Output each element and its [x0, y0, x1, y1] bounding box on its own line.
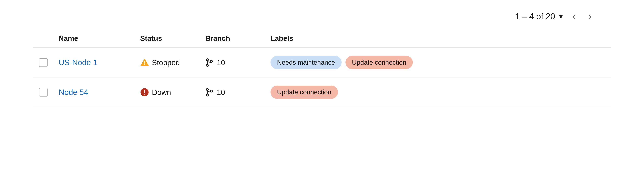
header-name: Name: [59, 34, 140, 42]
node-name-cell-1: US-Node 1: [59, 58, 140, 67]
branch-number-1: 10: [217, 58, 225, 67]
svg-point-7: [206, 88, 208, 90]
label-tag-maintenance: Needs maintenance: [270, 56, 342, 69]
row-checkbox-1[interactable]: [39, 58, 48, 67]
table-container: Name Status Branch Labels US-Node 1 Stop…: [0, 29, 644, 107]
pagination-prev-button[interactable]: ‹: [569, 10, 579, 23]
checkbox-cell-2: [39, 88, 59, 96]
pagination-bar: 1 – 4 of 20 ▼ ‹ ›: [0, 7, 644, 29]
pagination-nav: ‹ ›: [569, 10, 595, 23]
label-tag-update-connection-1: Update connection: [346, 56, 413, 69]
label-tag-update-connection-2: Update connection: [270, 85, 338, 99]
branch-icon-1: [205, 58, 214, 67]
node-name-cell-2: Node 54: [59, 88, 140, 97]
status-text-2: Down: [152, 88, 171, 97]
svg-point-2: [206, 64, 208, 66]
branch-number-2: 10: [217, 88, 225, 97]
branch-cell-2: 10: [205, 88, 270, 97]
svg-point-1: [206, 59, 208, 61]
pagination-next-button[interactable]: ›: [585, 10, 595, 23]
pagination-info: 1 – 4 of 20 ▼: [515, 12, 564, 21]
table-row: Node 54 Down 10: [32, 77, 612, 107]
checkbox-cell-1: [39, 58, 59, 67]
page-container: 1 – 4 of 20 ▼ ‹ › Name Status Branch Lab…: [0, 0, 644, 114]
labels-cell-2: Update connection: [270, 85, 605, 99]
labels-cell-1: Needs maintenance Update connection: [270, 56, 605, 69]
error-icon: [140, 88, 149, 97]
header-branch: Branch: [205, 34, 270, 42]
row-checkbox-2[interactable]: [39, 88, 48, 96]
svg-point-0: [144, 64, 145, 65]
pagination-dropdown[interactable]: ▼: [558, 13, 564, 20]
branch-cell-1: 10: [205, 58, 270, 67]
table-header: Name Status Branch Labels: [32, 29, 612, 48]
status-text-1: Stopped: [152, 58, 180, 67]
svg-point-6: [144, 93, 145, 94]
node-name-link-2[interactable]: Node 54: [59, 88, 88, 96]
table-row: US-Node 1 Stopped: [32, 48, 612, 77]
header-status: Status: [140, 34, 205, 42]
branch-icon-2: [205, 88, 214, 97]
header-labels: Labels: [270, 34, 605, 42]
status-cell-2: Down: [140, 88, 205, 97]
status-cell-1: Stopped: [140, 58, 205, 67]
node-name-link-1[interactable]: US-Node 1: [59, 58, 97, 67]
warning-icon: [140, 58, 149, 67]
pagination-range: 1 – 4 of 20: [515, 12, 555, 21]
svg-point-8: [206, 94, 208, 96]
